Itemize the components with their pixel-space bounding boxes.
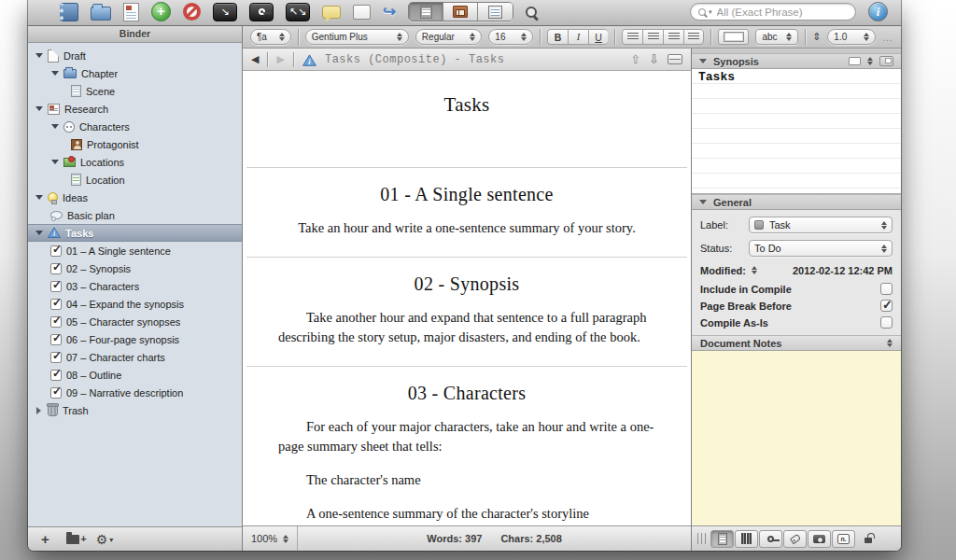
notes-tab-button[interactable]	[710, 530, 734, 548]
text-color-well[interactable]	[718, 29, 750, 45]
document-notes-header[interactable]: Document Notes	[692, 335, 901, 351]
disclosure-triangle[interactable]	[50, 120, 59, 133]
info-button[interactable]: i	[868, 1, 888, 23]
split-editor-button[interactable]	[668, 54, 682, 64]
binder-item-characters[interactable]: Characters	[28, 118, 242, 135]
binder-item-ideas[interactable]: Ideas	[28, 189, 242, 206]
disclosure-triangle[interactable]	[35, 191, 43, 203]
actions-gear-button[interactable]: ⚙	[96, 532, 114, 547]
font-variant-dropdown[interactable]: Regular	[415, 29, 482, 45]
zoom-control[interactable]: 100%	[243, 526, 298, 551]
binder-item-task-08[interactable]: 08 – Outline	[28, 366, 242, 384]
compose-mode-button[interactable]: ↘	[213, 3, 237, 21]
binder-item-task-06[interactable]: 06 – Four-page synopsis	[28, 330, 242, 348]
binder-item-task-01[interactable]: 01 – A Single sentence	[28, 242, 242, 259]
bold-button[interactable]: B	[547, 29, 568, 45]
search-input[interactable]	[717, 7, 861, 18]
previous-document-arrow[interactable]: ⇧	[630, 53, 640, 65]
resize-grip-icon[interactable]	[697, 533, 706, 544]
binder-item-protagonist[interactable]: Protagonist	[28, 135, 242, 153]
general-header[interactable]: General	[692, 194, 901, 210]
delete-item-button[interactable]	[183, 1, 201, 23]
add-folder-button[interactable]	[66, 535, 79, 544]
metadata-tab-button[interactable]	[783, 530, 807, 548]
align-justify-button[interactable]	[683, 29, 703, 45]
page-break-before-label: Page Break Before	[700, 301, 880, 312]
disclosure-triangle[interactable]	[35, 227, 43, 239]
align-right-button[interactable]	[663, 29, 683, 45]
synopsis-card[interactable]: Tasks	[692, 69, 901, 194]
layouts-button[interactable]	[123, 1, 139, 23]
snapshots-tab-button[interactable]	[808, 530, 831, 548]
document-page[interactable]: Tasks 01 - A Single sentence Take an hou…	[243, 71, 691, 525]
align-center-button[interactable]	[642, 29, 663, 45]
disclosure-triangle[interactable]	[35, 49, 43, 62]
binder-item-locations[interactable]: Locations	[28, 153, 242, 171]
binder-item-task-07[interactable]: 07 – Character charts	[28, 348, 242, 366]
line-spacing-dropdown[interactable]: 1.0	[827, 29, 876, 45]
comments-tab-button[interactable]: n.	[832, 530, 855, 548]
compile-as-is-checkbox[interactable]	[880, 316, 893, 329]
forward-button[interactable]: ▶	[276, 53, 284, 65]
binder-toggle-button[interactable]	[60, 1, 78, 23]
search-field[interactable]: ▾	[690, 3, 856, 21]
highlight-dropdown[interactable]: abc	[755, 29, 798, 45]
fullscreen-button[interactable]: ↖↘	[286, 3, 310, 21]
synopsis-header[interactable]: Synopsis	[692, 53, 901, 69]
add-item-button[interactable]: +	[151, 1, 171, 23]
paragraph-style-dropdown[interactable]: ¶a	[250, 29, 291, 45]
binder-item-task-04[interactable]: 04 – Expand the synopsis	[28, 295, 242, 313]
stepper-icon[interactable]	[867, 54, 873, 68]
label-dropdown[interactable]: Task	[749, 217, 893, 233]
search-tool-button[interactable]	[526, 1, 537, 23]
binder-item-task-09[interactable]: 09 – Narrative description	[28, 384, 242, 401]
person-icon	[71, 139, 82, 150]
binder-item-scene[interactable]: Scene	[28, 82, 242, 100]
binder-item-location[interactable]: Location	[28, 171, 242, 189]
back-button[interactable]: ◀	[251, 53, 259, 65]
view-mode-scrivenings[interactable]	[409, 3, 443, 21]
binder-item-draft[interactable]: Draft	[28, 47, 242, 64]
underline-button[interactable]: U	[588, 29, 608, 45]
references-tab-button[interactable]	[735, 530, 758, 548]
next-document-arrow[interactable]: ⇩	[649, 53, 659, 65]
date-stepper-icon[interactable]	[752, 263, 757, 277]
search-scope-chevron-icon[interactable]: ▾	[709, 8, 712, 16]
binder-item-basic-plan[interactable]: Basic plan	[28, 206, 242, 224]
keywords-tab-button[interactable]	[759, 530, 782, 548]
disclosure-triangle[interactable]	[699, 59, 707, 67]
italic-button[interactable]: I	[568, 29, 588, 45]
font-size-dropdown[interactable]: 16	[488, 29, 533, 45]
binder-item-chapter[interactable]: Chapter	[28, 64, 242, 82]
binder-item-task-02[interactable]: 02 – Synopsis	[28, 259, 242, 277]
synopsis-card-button[interactable]	[849, 57, 861, 65]
binder-item-task-03[interactable]: 03 – Characters	[28, 277, 242, 295]
add-document-button[interactable]: +	[41, 530, 49, 549]
include-in-compile-checkbox[interactable]	[880, 283, 893, 295]
font-family-dropdown[interactable]: Gentium Plus	[305, 29, 409, 45]
stepper-icon[interactable]	[887, 336, 893, 350]
inspector-toggle-button[interactable]	[353, 1, 371, 23]
synopsis-image-button[interactable]	[879, 56, 893, 66]
page-break-before-checkbox[interactable]	[880, 300, 893, 312]
status-dropdown[interactable]: To Do	[749, 240, 893, 257]
share-button[interactable]: ↪	[383, 1, 396, 23]
disclosure-triangle[interactable]	[50, 67, 59, 79]
view-mode-corkboard[interactable]	[443, 3, 478, 21]
lock-button[interactable]	[856, 530, 879, 548]
collections-button[interactable]	[91, 1, 111, 23]
binder-item-trash[interactable]: Trash	[28, 401, 242, 419]
binder-item-task-05[interactable]: 05 – Character synopses	[28, 313, 242, 330]
overflow-indicator[interactable]: …	[882, 32, 893, 43]
disclosure-triangle[interactable]	[35, 407, 43, 414]
binder-item-research[interactable]: Research	[28, 100, 242, 118]
align-left-button[interactable]	[622, 29, 642, 45]
document-notes-area[interactable]	[692, 351, 901, 525]
disclosure-triangle[interactable]	[35, 103, 43, 115]
binder-item-tasks[interactable]: i Tasks	[28, 224, 242, 242]
keywords-button[interactable]	[249, 3, 274, 21]
comment-button[interactable]	[322, 1, 341, 23]
view-mode-outliner[interactable]	[478, 3, 513, 21]
disclosure-triangle[interactable]	[50, 156, 59, 168]
disclosure-triangle[interactable]	[699, 200, 707, 208]
